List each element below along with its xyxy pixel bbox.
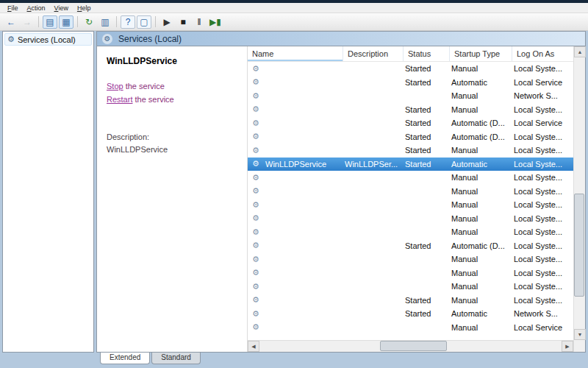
service-logon-cell: Local Syste... xyxy=(512,105,573,114)
service-logon-cell: Local Syste... xyxy=(512,146,573,155)
menu-help[interactable]: Help xyxy=(73,4,96,12)
service-row[interactable]: ⚙ Manual Local Syste... xyxy=(248,252,573,266)
service-row[interactable]: ⚙ Started Automatic (D... Local Syste... xyxy=(248,130,573,144)
service-logon-cell: Local Syste... xyxy=(512,187,573,196)
stop-service-link[interactable]: Stop xyxy=(107,82,123,91)
service-logon-cell: Local Syste... xyxy=(512,173,573,182)
service-startup-cell: Manual xyxy=(450,173,512,182)
export-list-button[interactable]: ▥ xyxy=(98,15,112,29)
window-button[interactable]: ▢ xyxy=(137,15,151,29)
column-header-name[interactable]: Name xyxy=(248,46,343,61)
scroll-left-button[interactable]: ◀ xyxy=(248,341,259,352)
column-header-status[interactable]: Status xyxy=(404,46,450,61)
service-action-links: Stop the service Restart the service xyxy=(107,79,241,106)
service-startup-cell: Manual xyxy=(450,255,512,263)
vertical-scroll-thumb[interactable] xyxy=(574,194,584,297)
scroll-down-button[interactable]: ▼ xyxy=(574,329,586,340)
restart-link-suffix: the service xyxy=(132,95,173,104)
service-row[interactable]: ⚙ Manual Local Syste... xyxy=(248,171,573,185)
service-logon-cell: Local Syste... xyxy=(512,200,573,209)
table-header-row: Name Description Status Startup Type Log… xyxy=(248,46,573,62)
service-gear-icon: ⚙ xyxy=(248,282,264,291)
service-gear-icon: ⚙ xyxy=(248,132,264,141)
vertical-scrollbar[interactable]: ▲ ▼ xyxy=(573,46,585,352)
services-mmc-window: File Action View Help ←→▤▦↻▥?▢▶■‖▶▮ ⚙ Se… xyxy=(0,0,588,368)
tab-standard[interactable]: Standard xyxy=(151,353,201,364)
service-row[interactable]: ⚙ Started Automatic (D... Local Service xyxy=(248,116,573,130)
column-header-startup-type[interactable]: Startup Type xyxy=(450,46,512,61)
service-startup-cell: Manual xyxy=(450,187,512,196)
refresh-button[interactable]: ↻ xyxy=(82,15,96,29)
restart-service-link[interactable]: Restart xyxy=(107,95,132,104)
service-row[interactable]: ⚙ Manual Local Syste... xyxy=(248,185,573,199)
pause-service-button[interactable]: ‖ xyxy=(192,15,207,29)
service-status-cell: Started xyxy=(404,241,450,250)
service-row[interactable]: ⚙ WinLLDPService WinLLDPSer... Started A… xyxy=(248,158,573,171)
service-row[interactable]: ⚙ Manual Local Syste... xyxy=(248,225,573,239)
column-header-description[interactable]: Description xyxy=(343,46,404,61)
menu-view[interactable]: View xyxy=(50,4,73,12)
service-gear-icon: ⚙ xyxy=(248,241,264,250)
service-startup-cell: Manual xyxy=(450,227,512,236)
service-row[interactable]: ⚙ Started Manual Local Syste... xyxy=(248,144,573,158)
back-button[interactable]: ← xyxy=(4,15,18,29)
service-row[interactable]: ⚙ Started Automatic (D... Local Syste... xyxy=(248,239,573,253)
service-logon-cell: Local Service xyxy=(512,78,573,87)
service-row[interactable]: ⚙ Started Automatic Network S... xyxy=(248,307,573,321)
help-button[interactable]: ? xyxy=(121,15,135,29)
service-row[interactable]: ⚙ Started Manual Local Syste... xyxy=(248,294,573,308)
service-row[interactable]: ⚙ Manual Local Service xyxy=(248,321,573,335)
horizontal-scroll-track[interactable] xyxy=(259,341,562,352)
service-gear-icon: ⚙ xyxy=(248,255,264,264)
service-gear-icon: ⚙ xyxy=(248,64,264,74)
service-logon-cell: Local Syste... xyxy=(512,227,573,236)
toolbar-separator xyxy=(116,16,117,27)
service-description: Description: WinLLDPService xyxy=(107,131,241,155)
service-gear-icon: ⚙ xyxy=(248,309,264,319)
menu-action[interactable]: Action xyxy=(23,4,50,12)
service-row[interactable]: ⚙ Manual Local Syste... xyxy=(248,280,573,294)
menu-file[interactable]: File xyxy=(3,4,23,12)
service-startup-cell: Manual xyxy=(450,282,512,291)
extended-view-panel: WinLLDPService Stop the service Restart … xyxy=(97,46,247,352)
restart-service-button[interactable]: ▶▮ xyxy=(208,15,223,29)
service-startup-cell: Manual xyxy=(450,269,512,277)
toolbar-separator xyxy=(77,16,78,27)
view-tabs: Extended Standard xyxy=(96,353,586,366)
stop-link-suffix: the service xyxy=(123,82,165,91)
scroll-up-button[interactable]: ▲ xyxy=(574,46,586,57)
service-gear-icon: ⚙ xyxy=(248,227,264,237)
service-row[interactable]: ⚙ Manual Network S... xyxy=(248,89,573,103)
service-row[interactable]: ⚙ Manual Local Syste... xyxy=(248,212,573,226)
start-service-button[interactable]: ▶ xyxy=(159,15,174,29)
properties-button[interactable]: ▦ xyxy=(59,15,74,29)
service-logon-cell: Local Syste... xyxy=(512,282,573,291)
show-console-tree-button[interactable]: ▤ xyxy=(43,15,57,29)
service-row[interactable]: ⚙ Started Manual Local Syste... xyxy=(248,62,573,76)
service-name-cell: WinLLDPService xyxy=(264,160,343,169)
description-label: Description: xyxy=(107,131,241,144)
horizontal-scrollbar[interactable]: ◀ ▶ xyxy=(248,340,573,352)
service-row[interactable]: ⚙ Started Automatic Local Service xyxy=(248,76,573,90)
service-startup-cell: Manual xyxy=(450,200,512,209)
service-gear-icon: ⚙ xyxy=(248,91,264,101)
service-startup-cell: Automatic xyxy=(450,160,512,169)
vertical-scroll-track[interactable] xyxy=(574,57,585,329)
column-header-log-on-as[interactable]: Log On As xyxy=(512,46,573,61)
services-gear-icon: ⚙ xyxy=(7,35,15,44)
service-startup-cell: Manual xyxy=(450,91,512,100)
service-startup-cell: Manual xyxy=(450,296,512,305)
stop-service-button[interactable]: ■ xyxy=(176,15,190,29)
forward-button[interactable]: → xyxy=(20,15,35,29)
service-row[interactable]: ⚙ Manual Local Syste... xyxy=(248,266,573,280)
service-row[interactable]: ⚙ Manual Local Syste... xyxy=(248,198,573,212)
service-row[interactable]: ⚙ Started Manual Local Syste... xyxy=(248,103,573,117)
toolbar-separator xyxy=(38,16,39,27)
scroll-right-button[interactable]: ▶ xyxy=(562,341,573,352)
tab-extended[interactable]: Extended xyxy=(100,353,150,364)
service-logon-cell: Local Syste... xyxy=(512,296,573,305)
tree-item-services-local[interactable]: ⚙ Services (Local) xyxy=(4,33,92,46)
tree-item-label: Services (Local) xyxy=(18,35,76,44)
service-logon-cell: Local Syste... xyxy=(512,241,573,250)
horizontal-scroll-thumb[interactable] xyxy=(380,341,446,351)
